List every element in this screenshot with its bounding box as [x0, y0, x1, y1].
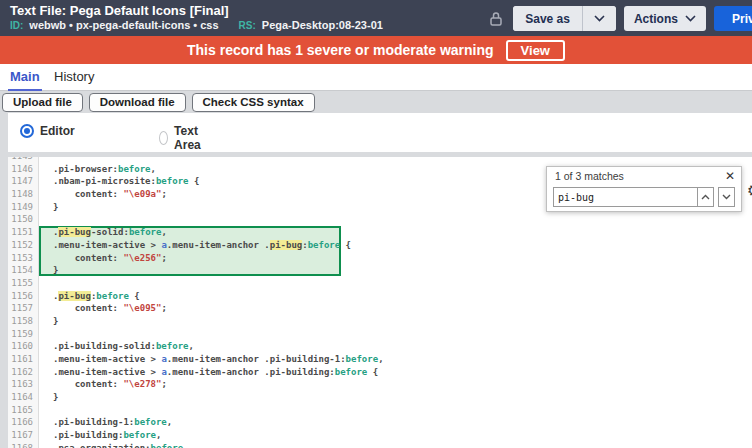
- actions-button[interactable]: Actions: [624, 6, 706, 31]
- code-text: content: "\e278";: [39, 378, 167, 391]
- code-text: }: [39, 391, 58, 404]
- chevron-down-icon: [685, 15, 696, 22]
- search-input[interactable]: [553, 187, 699, 207]
- code-text: [39, 328, 53, 341]
- code-line: 1152.menu-item-active > a.menu-item-anch…: [8, 239, 752, 252]
- code-text: .psa-organization:before,: [39, 442, 188, 448]
- line-number: 1161: [8, 353, 39, 366]
- private-button[interactable]: Private: [714, 6, 752, 31]
- code-text: .pi-bug-solid:before,: [39, 226, 167, 239]
- download-file-button[interactable]: Download file: [89, 93, 186, 112]
- close-icon[interactable]: ✕: [725, 169, 735, 183]
- view-mode-panel: Editor Text Area: [8, 113, 752, 152]
- code-text: .pi-building:before,: [39, 429, 161, 442]
- rs-label: RS:: [239, 20, 256, 31]
- actions-label: Actions: [634, 12, 678, 26]
- code-line: 1159: [8, 328, 752, 341]
- line-number: 1149: [8, 201, 39, 214]
- warning-message: This record has 1 severe or moderate war…: [187, 42, 494, 58]
- line-number: 1147: [8, 175, 39, 188]
- check-css-syntax-button[interactable]: Check CSS syntax: [192, 93, 315, 112]
- code-line: 1155: [8, 277, 752, 290]
- code-line: 1162.menu-item-active > a.menu-item-anch…: [8, 366, 752, 379]
- search-panel: 1 of 3 matches ✕: [546, 166, 742, 212]
- record-meta: ID: webwb • px-pega-default-icons • css …: [10, 19, 383, 31]
- line-number: 1159: [8, 328, 39, 341]
- code-text: .nbam-pi-microsite:before {: [39, 175, 199, 188]
- code-text: [39, 213, 53, 226]
- view-mode-radio-group: Editor Text Area: [20, 124, 75, 138]
- radio-unselected-icon[interactable]: [159, 131, 168, 145]
- id-label: ID:: [10, 20, 23, 31]
- line-number: 1164: [8, 391, 39, 404]
- line-number: 1160: [8, 340, 39, 353]
- code-line: 1157 content: "\e095";: [8, 302, 752, 315]
- id-value: webwb • px-pega-default-icons • css: [29, 19, 218, 31]
- radio-text-area[interactable]: Text Area: [159, 124, 206, 152]
- view-warning-button[interactable]: View: [506, 40, 565, 61]
- code-line: 1156.pi-bug:before {: [8, 290, 752, 303]
- code-line: 1165: [8, 404, 752, 417]
- code-line: 1163 content: "\e278";: [8, 378, 752, 391]
- tab-bar: Main History: [0, 64, 752, 91]
- radio-selected-icon[interactable]: [20, 124, 34, 138]
- code-line: 1160.pi-building-solid:before,: [8, 340, 752, 353]
- tab-history[interactable]: History: [52, 64, 96, 89]
- code-text: .menu-item-active > a.menu-item-anchor .…: [39, 366, 378, 379]
- radio-editor[interactable]: Editor: [20, 124, 75, 138]
- file-toolbar: Upload file Download file Check CSS synt…: [0, 91, 752, 113]
- code-text: .menu-item-active > a.menu-item-anchor .…: [39, 239, 351, 252]
- code-line: 1161.menu-item-active > a.menu-item-anch…: [8, 353, 752, 366]
- lock-icon: [489, 11, 503, 27]
- save-as-button[interactable]: Save as: [513, 6, 582, 31]
- line-number: 1163: [8, 378, 39, 391]
- tab-main[interactable]: Main: [8, 64, 42, 92]
- line-number: 1146: [8, 163, 39, 176]
- upload-file-button[interactable]: Upload file: [2, 93, 83, 112]
- code-text: }: [39, 264, 58, 277]
- page-title: Text File: Pega Default Icons [Final]: [10, 3, 229, 18]
- line-number: 1168: [8, 442, 39, 448]
- record-header: Text File: Pega Default Icons [Final] ID…: [0, 0, 752, 36]
- line-number: 1152: [8, 239, 39, 252]
- line-number: 1167: [8, 429, 39, 442]
- line-number: 1158: [8, 315, 39, 328]
- code-text: content: "\e09a";: [39, 188, 167, 201]
- code-text: content: "\e256";: [39, 252, 167, 265]
- line-number: 1155: [8, 277, 39, 290]
- code-text: content: "\e095";: [39, 302, 167, 315]
- line-number: 1148: [8, 188, 39, 201]
- code-text: .pi-browser:before,: [39, 163, 156, 176]
- code-text: .menu-item-active > a.menu-item-anchor .…: [39, 353, 384, 366]
- header-actions: Save as Actions Private: [489, 6, 752, 31]
- code-text: [39, 277, 53, 290]
- radio-text-area-label: Text Area: [174, 124, 206, 152]
- code-line: 1164}: [8, 391, 752, 404]
- code-text: .pi-building-1:before,: [39, 416, 172, 429]
- code-line: 1168.psa-organization:before,: [8, 442, 752, 448]
- line-number: 1153: [8, 252, 39, 265]
- save-as-split-button: Save as: [513, 6, 616, 31]
- code-text: .pi-bug:before {: [39, 290, 140, 303]
- code-line: 1158}: [8, 315, 752, 328]
- code-line: 1150: [8, 213, 752, 226]
- search-match-status: 1 of 3 matches: [555, 170, 624, 182]
- gear-icon-partial: ⚙: [747, 181, 752, 200]
- next-match-button[interactable]: [718, 187, 735, 207]
- chevron-down-icon: [722, 194, 731, 200]
- line-number: 1166: [8, 416, 39, 429]
- radio-editor-label: Editor: [40, 124, 75, 138]
- previous-match-button[interactable]: [697, 187, 714, 207]
- code-text: }: [39, 201, 58, 214]
- page: Text File: Pega Default Icons [Final] ID…: [0, 0, 752, 448]
- code-line: 1154}: [8, 264, 752, 277]
- code-text: [39, 404, 53, 417]
- save-as-menu-button[interactable]: [583, 6, 616, 31]
- line-number: 1156: [8, 290, 39, 303]
- warning-banner: This record has 1 severe or moderate war…: [0, 36, 752, 64]
- code-line: 1166.pi-building-1:before,: [8, 416, 752, 429]
- code-text: .pi-building-solid:before,: [39, 340, 194, 353]
- line-number: 1162: [8, 366, 39, 379]
- code-text: }: [39, 315, 58, 328]
- line-number: 1157: [8, 302, 39, 315]
